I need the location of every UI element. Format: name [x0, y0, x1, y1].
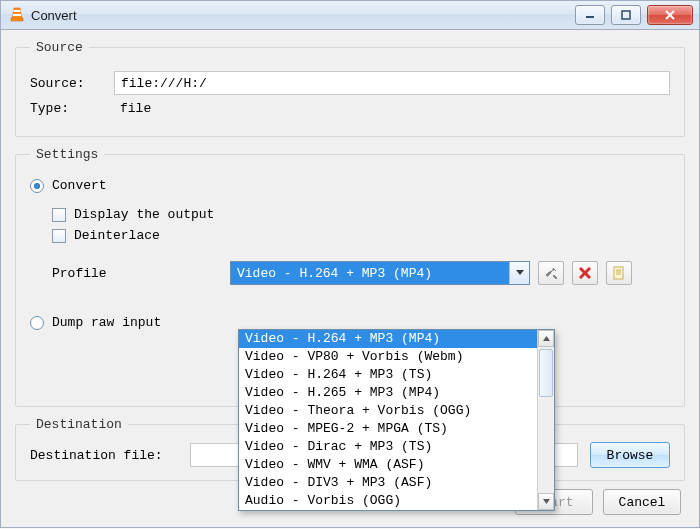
type-value: file: [114, 101, 157, 116]
convert-radio-label: Convert: [52, 178, 107, 193]
edit-profile-button[interactable]: [538, 261, 564, 285]
destination-legend: Destination: [30, 417, 128, 432]
chevron-down-icon: [509, 262, 529, 284]
browse-button[interactable]: Browse: [590, 442, 670, 468]
profile-label: Profile: [30, 266, 230, 281]
source-input[interactable]: [114, 71, 670, 95]
profile-option[interactable]: Video - WMV + WMA (ASF): [239, 456, 537, 474]
destination-file-label: Destination file:: [30, 448, 190, 463]
source-label: Source:: [30, 76, 114, 91]
delete-profile-button[interactable]: [572, 261, 598, 285]
type-label: Type:: [30, 101, 114, 116]
cancel-button[interactable]: Cancel: [603, 489, 681, 515]
profile-option[interactable]: Video - DIV3 + MP3 (ASF): [239, 474, 537, 492]
maximize-button[interactable]: [611, 5, 641, 25]
profile-option[interactable]: Video - MPEG-2 + MPGA (TS): [239, 420, 537, 438]
display-output-checkbox[interactable]: Display the output: [30, 207, 670, 222]
radio-icon: [30, 179, 44, 193]
vlc-icon: [9, 7, 25, 23]
new-profile-button[interactable]: [606, 261, 632, 285]
deinterlace-label: Deinterlace: [74, 228, 160, 243]
new-document-icon: [612, 266, 626, 280]
profile-option[interactable]: Video - VP80 + Vorbis (Webm): [239, 348, 537, 366]
svg-rect-0: [11, 18, 23, 21]
checkbox-icon: [52, 208, 66, 222]
wrench-icon: [544, 266, 558, 280]
dump-raw-label: Dump raw input: [52, 315, 161, 330]
source-legend: Source: [30, 40, 89, 55]
profile-option[interactable]: Video - Theora + Vorbis (OGG): [239, 402, 537, 420]
profile-combobox[interactable]: Video - H.264 + MP3 (MP4): [230, 261, 530, 285]
profile-dropdown-list[interactable]: Video - H.264 + MP3 (MP4)Video - VP80 + …: [238, 329, 555, 511]
delete-x-icon: [579, 267, 591, 279]
source-group: Source Source: Type: file: [15, 40, 685, 137]
dump-raw-radio-row[interactable]: Dump raw input: [30, 315, 670, 330]
profile-selected-value: Video - H.264 + MP3 (MP4): [231, 262, 509, 284]
deinterlace-checkbox[interactable]: Deinterlace: [30, 228, 670, 243]
client-area: Source Source: Type: file Settings Conve…: [0, 30, 700, 528]
profile-option[interactable]: Video - H.264 + MP3 (MP4): [239, 330, 537, 348]
title-bar: Convert: [0, 0, 700, 30]
window-title: Convert: [31, 8, 77, 23]
svg-rect-9: [614, 267, 623, 279]
display-output-label: Display the output: [74, 207, 214, 222]
profile-option[interactable]: Video - H.264 + MP3 (TS): [239, 366, 537, 384]
settings-legend: Settings: [30, 147, 104, 162]
profile-option[interactable]: Video - H.265 + MP3 (MP4): [239, 384, 537, 402]
minimize-button[interactable]: [575, 5, 605, 25]
radio-icon: [30, 316, 44, 330]
scroll-down-icon[interactable]: [538, 493, 554, 510]
scroll-up-icon[interactable]: [538, 330, 554, 347]
svg-rect-4: [622, 11, 630, 19]
convert-radio-row[interactable]: Convert: [30, 178, 670, 193]
profile-option[interactable]: Video - Dirac + MP3 (TS): [239, 438, 537, 456]
profile-option[interactable]: Audio - Vorbis (OGG): [239, 492, 537, 510]
svg-rect-2: [13, 14, 21, 16]
scrollbar[interactable]: [537, 330, 554, 510]
svg-rect-1: [14, 10, 21, 12]
scroll-track[interactable]: [538, 347, 554, 493]
checkbox-icon: [52, 229, 66, 243]
scroll-thumb[interactable]: [539, 349, 553, 397]
close-button[interactable]: [647, 5, 693, 25]
